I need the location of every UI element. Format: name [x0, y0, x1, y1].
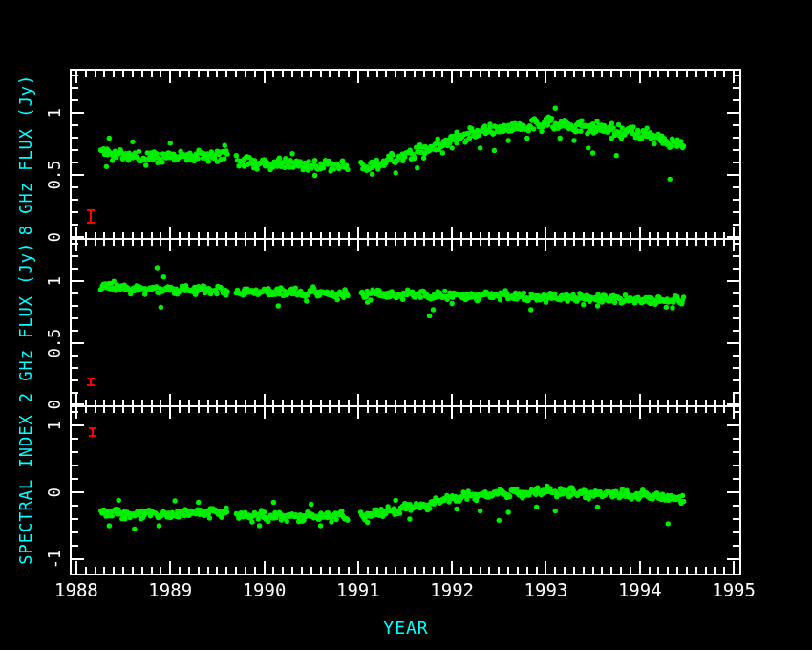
y-tick-label-panel3--1: -1	[45, 550, 64, 569]
chart-canvas	[0, 0, 812, 650]
y-tick-label-panel3-0: 0	[45, 488, 64, 497]
y-axis-label-spectral-index: SPECTRAL INDEX	[16, 414, 35, 564]
y-tick-label-panel2-0: 0	[45, 400, 64, 409]
y-tick-label-panel3-1: 1	[45, 421, 64, 430]
x-axis-label: YEAR	[0, 618, 812, 638]
figure: 8 GHz FLUX (Jy) 2 GHz FLUX (Jy) SPECTRAL…	[0, 0, 812, 650]
x-tick-label-1992: 1992	[414, 579, 490, 600]
y-tick-label-panel1-1: 1	[45, 108, 64, 118]
x-tick-label-1989: 1989	[132, 579, 208, 600]
y-tick-label-panel1-0: 0	[45, 232, 64, 242]
plot-page: 1145-071 8 GHz FLUX (Jy) 2 GHz FLUX (Jy)…	[0, 0, 812, 650]
x-tick-label-1994: 1994	[602, 579, 678, 600]
x-tick-label-1995: 1995	[695, 579, 772, 600]
y-tick-label-panel2-1: 1	[45, 276, 64, 286]
y-tick-label-panel2-0.5: 0.5	[45, 328, 64, 358]
y-tick-label-panel1-0.5: 0.5	[45, 161, 64, 190]
x-tick-label-1988: 1988	[38, 579, 115, 600]
x-tick-label-1991: 1991	[320, 579, 396, 600]
x-tick-label-1990: 1990	[226, 579, 303, 600]
y-axis-label-2ghz: 2 GHz FLUX (Jy)	[16, 242, 35, 403]
y-axis-label-8ghz: 8 GHz FLUX (Jy)	[16, 75, 35, 236]
x-tick-label-1993: 1993	[507, 579, 584, 600]
